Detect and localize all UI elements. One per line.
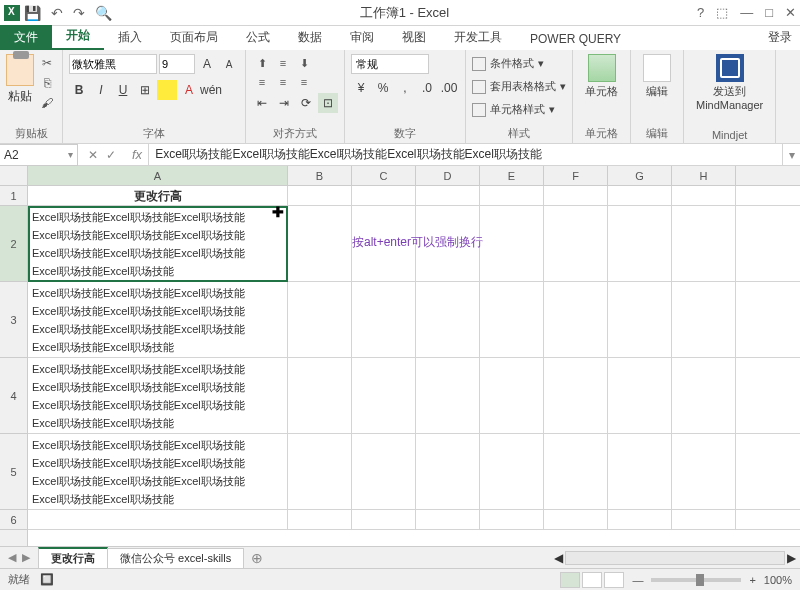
cell-styles-button[interactable]: 单元格样式▾ [472,100,555,119]
grow-font-icon[interactable]: A [197,54,217,74]
undo-icon[interactable]: ↶ [51,5,63,21]
cell-a4[interactable]: Excel职场技能Excel职场技能Excel职场技能 Excel职场技能Exc… [28,358,288,433]
grid-body[interactable]: 更改行高 Excel职场技能Excel职场技能Excel职场技能 Excel职场… [28,186,800,530]
zoom-level[interactable]: 100% [764,574,792,586]
view-pagebreak-button[interactable] [604,572,624,588]
minimize-icon[interactable]: — [740,5,753,20]
format-painter-icon[interactable]: 🖌 [38,94,56,112]
align-middle-icon[interactable]: ≡ [273,54,293,72]
fx-icon[interactable]: fx [126,147,148,162]
underline-button[interactable]: U [113,80,133,100]
sheet-tab-1[interactable]: 更改行高 [38,547,108,568]
increase-decimal-icon[interactable]: .0 [417,78,437,98]
comma-icon[interactable]: , [395,78,415,98]
tab-data[interactable]: 数据 [284,25,336,50]
align-top-icon[interactable]: ⬆ [252,54,272,72]
copy-icon[interactable]: ⎘ [38,74,56,92]
col-header-h[interactable]: H [672,166,736,185]
tab-dev[interactable]: 开发工具 [440,25,516,50]
tab-formula[interactable]: 公式 [232,25,284,50]
cut-icon[interactable]: ✂ [38,54,56,72]
col-header-b[interactable]: B [288,166,352,185]
view-normal-button[interactable] [560,572,580,588]
tab-review[interactable]: 审阅 [336,25,388,50]
font-color-button[interactable]: A [179,80,199,100]
shrink-font-icon[interactable]: A [219,54,239,74]
row-header-2[interactable]: 2 [0,206,27,282]
conditional-format-button[interactable]: 条件格式▾ [472,54,544,73]
col-header-f[interactable]: F [544,166,608,185]
hscroll-right-icon[interactable]: ▶ [787,551,796,565]
align-center-icon[interactable]: ≡ [273,73,293,91]
table-format-button[interactable]: 套用表格格式▾ [472,77,566,96]
row-header-3[interactable]: 3 [0,282,27,358]
save-icon[interactable]: 💾 [24,5,41,21]
login-link[interactable]: 登录 [760,25,800,50]
font-name-select[interactable] [69,54,157,74]
new-sheet-button[interactable]: ⊕ [243,550,271,566]
italic-button[interactable]: I [91,80,111,100]
border-button[interactable]: ⊞ [135,80,155,100]
mindmanager-button[interactable]: 发送到 MindManager [690,54,769,111]
paste-button[interactable]: 粘贴 [6,54,34,105]
tab-view[interactable]: 视图 [388,25,440,50]
name-box[interactable]: A2▾ [0,144,78,166]
col-header-e[interactable]: E [480,166,544,185]
help-icon[interactable]: ? [697,5,704,20]
expand-formula-bar-icon[interactable]: ▾ [782,144,800,166]
currency-icon[interactable]: ¥ [351,78,371,98]
merge-button[interactable]: ⊡ [318,93,338,113]
maximize-icon[interactable]: □ [765,5,773,20]
row-header-4[interactable]: 4 [0,358,27,434]
horizontal-scrollbar[interactable] [565,551,785,565]
orientation-icon[interactable]: ⟳ [296,93,316,113]
cell-a2[interactable]: Excel职场技能Excel职场技能Excel职场技能 Excel职场技能Exc… [28,206,288,281]
phonetic-button[interactable]: wén [201,80,221,100]
close-icon[interactable]: ✕ [785,5,796,20]
cells-button[interactable]: 单元格 [579,54,624,99]
align-right-icon[interactable]: ≡ [294,73,314,91]
view-layout-button[interactable] [582,572,602,588]
bold-button[interactable]: B [69,80,89,100]
enter-formula-icon[interactable]: ✓ [106,148,116,162]
cell-a6[interactable] [28,510,288,529]
col-header-a[interactable]: A [28,166,288,185]
row-header-1[interactable]: 1 [0,186,27,206]
align-left-icon[interactable]: ≡ [252,73,272,91]
cell-a1[interactable]: 更改行高 [28,186,288,205]
tab-powerquery[interactable]: POWER QUERY [516,28,635,50]
redo-icon[interactable]: ↷ [73,5,85,21]
cell-a5[interactable]: Excel职场技能Excel职场技能Excel职场技能 Excel职场技能Exc… [28,434,288,509]
select-all-corner[interactable] [0,166,27,186]
zoom-in-button[interactable]: + [749,574,755,586]
row-header-5[interactable]: 5 [0,434,27,510]
sheet-nav-next-icon[interactable]: ▶ [22,551,30,564]
col-header-d[interactable]: D [416,166,480,185]
align-bottom-icon[interactable]: ⬇ [294,54,314,72]
sheet-nav-prev-icon[interactable]: ◀ [8,551,16,564]
zoom-out-button[interactable]: — [632,574,643,586]
percent-icon[interactable]: % [373,78,393,98]
cell-a3[interactable]: Excel职场技能Excel职场技能Excel职场技能 Excel职场技能Exc… [28,282,288,357]
cancel-formula-icon[interactable]: ✕ [88,148,98,162]
font-size-select[interactable] [159,54,195,74]
editing-button[interactable]: 编辑 [637,54,677,99]
tab-home[interactable]: 开始 [52,23,104,50]
indent-increase-icon[interactable]: ⇥ [274,93,294,113]
zoom-slider[interactable] [651,578,741,582]
hscroll-left-icon[interactable]: ◀ [554,551,563,565]
fill-color-button[interactable] [157,80,177,100]
row-header-6[interactable]: 6 [0,510,27,530]
decrease-decimal-icon[interactable]: .00 [439,78,459,98]
number-format-select[interactable] [351,54,429,74]
ribbon-display-icon[interactable]: ⬚ [716,5,728,20]
preview-icon[interactable]: 🔍 [95,5,112,21]
tab-layout[interactable]: 页面布局 [156,25,232,50]
sheet-tab-2[interactable]: 微信公众号 excel-skills [107,548,244,568]
col-header-g[interactable]: G [608,166,672,185]
col-header-c[interactable]: C [352,166,416,185]
formula-bar[interactable]: Excel职场技能Excel职场技能Excel职场技能Excel职场技能Exce… [148,144,782,166]
indent-decrease-icon[interactable]: ⇤ [252,93,272,113]
tab-file[interactable]: 文件 [0,25,52,50]
tab-insert[interactable]: 插入 [104,25,156,50]
